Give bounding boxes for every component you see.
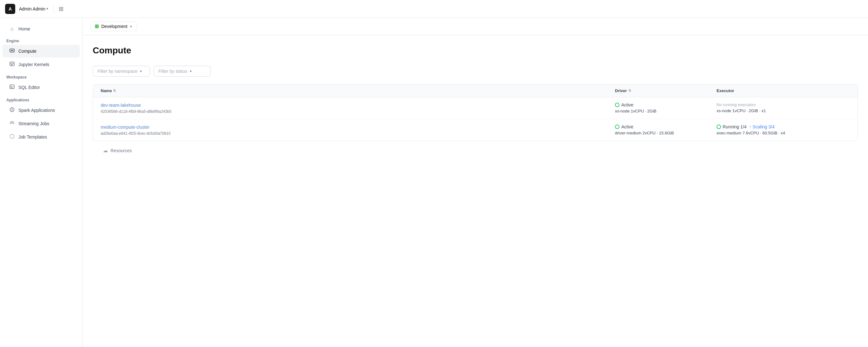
driver-spec-2: driver-medium 2vCPU · 15.6GiB [615,131,717,135]
running-circle-2 [717,124,721,129]
cluster-id-2: ad26e0aa-e941-4f25-9cec-dcfcb0a70810 [101,131,615,136]
sort-name-icon: ⇅ [113,89,116,93]
sidebar-item-compute[interactable]: Compute [3,45,80,58]
sidebar-item-streaming-jobs[interactable]: Streaming Jobs [3,117,80,130]
table-header: Name ⇅ Driver ⇅ Executor [93,85,858,97]
table-row: dev-team-lakehouse 42536586-d118-4fb9-86… [93,97,858,119]
cluster-link-2[interactable]: medium-compute-cluster [101,124,150,129]
col-header-driver[interactable]: Driver ⇅ [615,88,717,93]
driver-status-1: Active [621,102,633,107]
status-filter-label: Filter by status [158,69,187,74]
no-executors-label-1: No running executors [717,102,850,107]
cluster-id-1: 42536586-d118-4fb9-86a5-d8b6f6a243b5 [101,109,615,114]
cell-name-2: medium-compute-cluster ad26e0aa-e941-4f2… [101,124,615,136]
svg-rect-9 [10,86,12,86]
namespace-filter[interactable]: Filter by namespace ▾ [93,66,150,77]
resources-section: ☁ Resources [93,141,858,153]
sidebar-item-job-templates[interactable]: Job Templates [3,131,80,143]
table-row: medium-compute-cluster ad26e0aa-e941-4f2… [93,119,858,141]
cell-driver-1: Active xs-node 1vCPU · 2GiB [615,102,717,113]
user-menu-chevron: ▾ [46,7,48,11]
cell-name-1: dev-team-lakehouse 42536586-d118-4fb9-86… [101,102,615,114]
svg-rect-3 [13,50,13,51]
cluster-link-1[interactable]: dev-team-lakehouse [101,103,141,108]
topbar: A Admin Admin ▾ ⊞ [0,0,868,18]
svg-rect-7 [11,65,12,65]
svg-rect-2 [12,50,12,51]
scaling-label-2: ↑ Scaling 3/4 [749,124,775,129]
exec-spec-1: xs-node 1vCPU · 2GiB · x1 [717,108,850,113]
compute-table: Name ⇅ Driver ⇅ Executor dev-team-lakeho… [93,84,858,141]
exec-spec-2: exec-medium 7.6vCPU · 60.5GiB · x4 [717,131,850,135]
status-active-circle-1 [615,103,619,107]
sidebar-item-home[interactable]: ⌂ Home [3,23,80,35]
sidebar-item-spark-apps[interactable]: Spark Applications [3,104,80,117]
svg-rect-6 [11,64,13,65]
col-header-executor: Executor [717,88,850,93]
page-content: Compute Filter by namespace ▾ Filter by … [83,35,868,164]
status-active-circle-2 [615,124,619,129]
job-templates-icon [9,134,15,140]
namespace-filter-label: Filter by namespace [97,69,137,74]
environment-selector[interactable]: Development ▾ [90,22,137,31]
spark-icon [9,107,15,114]
sidebar: ⌂ Home Engine Compute [0,18,83,347]
workspace-section-label: Workspace [0,71,82,81]
user-menu[interactable]: Admin Admin ▾ [19,6,48,11]
applications-section-label: Applications [0,94,82,104]
resources-icon: ☁ [103,147,108,153]
env-chevron-icon: ▾ [130,25,132,29]
avatar: A [5,4,15,14]
filters-row: Filter by namespace ▾ Filter by status ▾ [93,66,858,77]
running-label-2: Running 1/4 [717,124,747,129]
content-area: Development ▾ Compute Filter by namespac… [83,18,868,347]
sidebar-item-jupyter[interactable]: Jupyter Kernels [3,58,80,71]
env-bar: Development ▾ [83,18,868,35]
streaming-icon [9,120,15,127]
resources-label: Resources [111,148,132,153]
sidebar-item-label: Home [19,26,30,31]
svg-rect-10 [10,87,14,87]
svg-point-12 [10,108,14,112]
cell-executor-2: Running 1/4 ↑ Scaling 3/4 exec-medium 7.… [717,124,850,135]
engine-section-label: Engine [0,35,82,45]
env-status-dot [95,25,99,28]
status-filter[interactable]: Filter by status ▾ [154,66,211,77]
svg-rect-1 [11,50,11,51]
sort-driver-icon: ⇅ [628,89,631,93]
sidebar-item-label: SQL Editor [19,85,40,90]
svg-point-13 [10,135,14,139]
sidebar-item-label: Jupyter Kernels [19,62,49,67]
main-layout: ⌂ Home Engine Compute [0,18,868,347]
sidebar-item-label: Spark Applications [19,108,55,113]
namespace-filter-chevron: ▾ [140,69,142,74]
topbar-divider [53,5,54,13]
sidebar-item-label: Streaming Jobs [19,121,49,126]
home-icon: ⌂ [9,26,15,32]
driver-spec-1: xs-node 1vCPU · 2GiB [615,109,717,113]
cell-executor-1: No running executors xs-node 1vCPU · 2Gi… [717,102,850,113]
status-filter-chevron: ▾ [190,69,192,74]
page-title: Compute [93,46,858,56]
svg-rect-11 [10,88,13,88]
sidebar-item-label: Job Templates [19,135,47,140]
driver-status-2: Active [621,124,633,129]
sidebar-item-sql-editor[interactable]: SQL Editor [3,81,80,94]
col-header-name[interactable]: Name ⇅ [101,88,615,93]
jupyter-icon [9,61,15,68]
sql-editor-icon [9,84,15,91]
cell-driver-2: Active driver-medium 2vCPU · 15.6GiB [615,124,717,135]
env-label: Development [101,24,128,29]
sidebar-item-label: Compute [19,49,36,54]
running-status-2: Running 1/4 ↑ Scaling 3/4 [717,124,850,129]
layout-toggle-icon[interactable]: ⊞ [59,5,63,12]
compute-icon [9,48,15,55]
